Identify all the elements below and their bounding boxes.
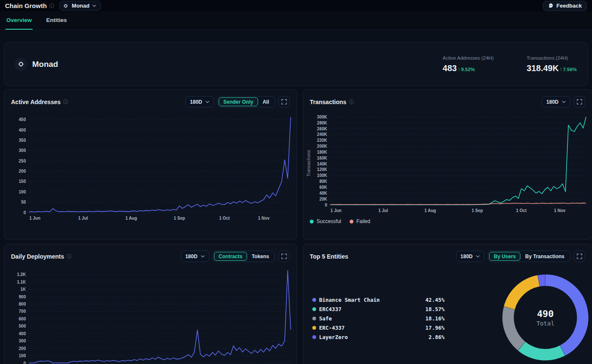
y-tick-label: 200	[19, 169, 26, 174]
x-tick-label: 1 Nov	[554, 208, 566, 213]
active-addresses-card: Active Addresses ⓘ 180D Sender Only All	[4, 89, 297, 240]
tab-entities-label: Entities	[46, 17, 67, 23]
y-tick-label: 40K	[320, 191, 328, 196]
range-dropdown[interactable]: 180D	[542, 96, 570, 108]
y-tick-label: 200	[19, 346, 26, 351]
y-tick-label: 600	[19, 317, 26, 321]
page-title-text: Chain Growth	[5, 2, 47, 9]
series-contracts	[29, 270, 291, 363]
y-tick-label: 0	[325, 203, 327, 207]
series-failed	[330, 203, 586, 205]
toggle-all[interactable]: All	[258, 97, 274, 106]
entity-dot	[312, 298, 316, 302]
y-tick-label: 300	[19, 148, 26, 153]
fullscreen-button[interactable]	[278, 96, 290, 108]
entities-donut-chart[interactable]: 490 Total	[498, 270, 592, 364]
x-tick-label: 1 Sep	[472, 208, 483, 213]
y-tick-label: 150	[19, 179, 26, 184]
entity-row-erc-4337[interactable]: ERC-433717.96%	[312, 325, 445, 331]
legend-label: Successful	[317, 218, 341, 224]
info-icon[interactable]: ⓘ	[349, 99, 354, 105]
toggle-contracts[interactable]: Contracts	[214, 252, 247, 261]
y-tick-label: 220K	[317, 138, 328, 143]
transactions-chart[interactable]: Transactions 020K40K60K80K100K120K140K16…	[303, 109, 592, 216]
legend-item-successful[interactable]: Successful	[310, 218, 341, 224]
toggle-sender-only[interactable]: Sender Only	[219, 97, 258, 106]
toggle-tokens[interactable]: Tokens	[247, 252, 274, 261]
deployment-type-toggle: Contracts Tokens	[213, 251, 275, 262]
info-icon[interactable]: ⓘ	[67, 254, 72, 259]
active-addresses-chart[interactable]: 0501001502002503003504004501 Jun1 Jul1 A…	[4, 109, 297, 223]
y-tick-label: 1.1K	[17, 280, 26, 284]
y-tick-label: 700	[19, 309, 26, 314]
entity-row-binance-smart-chain[interactable]: Binance Smart Chain42.45%	[312, 297, 445, 303]
y-tick-label: 100K	[317, 173, 328, 178]
stat-label: Active Addresses (24H)	[443, 55, 494, 61]
donut-slice-safe[interactable]	[508, 308, 522, 346]
fullscreen-button[interactable]	[574, 96, 585, 108]
x-tick-label: 1 Aug	[125, 216, 137, 221]
y-tick-label: 350	[19, 138, 26, 143]
feedback-button[interactable]: Feedback	[543, 1, 587, 11]
fullscreen-button[interactable]	[574, 251, 585, 262]
tab-overview[interactable]: Overview	[6, 11, 33, 30]
entity-percentage: 2.86%	[428, 334, 445, 340]
entity-name: Binance Smart Chain	[319, 297, 380, 303]
donut-slice-erc4337[interactable]	[522, 346, 562, 355]
monad-logo-icon	[63, 3, 69, 9]
chevron-down-icon	[92, 5, 96, 7]
y-tick-label: 1K	[20, 287, 26, 292]
entity-dot	[312, 307, 316, 311]
y-tick-label: 400	[19, 331, 26, 336]
legend-item-failed[interactable]: Failed	[350, 218, 370, 224]
y-tick-label: 300	[19, 339, 26, 343]
info-icon[interactable]: ⓘ	[63, 99, 68, 105]
toggle-by-users[interactable]: By Users	[489, 252, 520, 261]
x-tick-label: 1 Oct	[516, 208, 527, 213]
range-dropdown[interactable]: 180D	[181, 251, 209, 262]
y-tick-label: 80K	[320, 179, 328, 184]
toggle-by-transactions[interactable]: By Transactions	[520, 252, 569, 261]
chevron-down-icon	[476, 255, 480, 258]
feedback-label: Feedback	[556, 3, 582, 9]
y-tick-label: 50	[21, 200, 26, 204]
up-arrow-icon: ↑	[458, 66, 460, 72]
card-title: Top 5 Entities	[310, 253, 348, 260]
page-title: Chain Growth ⓘ	[5, 2, 54, 9]
donut-slice-binance-smart-chain[interactable]	[545, 280, 583, 350]
chain-selector[interactable]: Monad	[59, 1, 101, 11]
top-entities-card: Top 5 Entities 180D By Users By Transact…	[303, 244, 592, 364]
info-icon[interactable]: ⓘ	[49, 3, 54, 8]
entity-row-erc4337[interactable]: ERC433718.57%	[312, 306, 445, 312]
range-dropdown[interactable]: 180D	[185, 96, 214, 108]
chain-selector-label: Monad	[72, 3, 89, 9]
stat-change: 7.56%	[563, 67, 577, 72]
donut-slice-layerzero[interactable]	[539, 280, 545, 281]
fullscreen-button[interactable]	[278, 251, 290, 262]
y-tick-label: 240K	[317, 132, 328, 137]
y-tick-label: 60K	[320, 185, 328, 190]
daily-deployments-chart[interactable]: 01002003004005006007008009001K1.1K1.2K	[4, 264, 297, 364]
y-tick-label: 400	[19, 128, 26, 132]
entity-row-layerzero[interactable]: LayerZero2.86%	[312, 334, 445, 340]
entity-name: ERC4337	[319, 306, 342, 312]
stat-label: Transactions (24H)	[527, 55, 577, 61]
stat-transactions: Transactions (24H) 318.49K↑7.56%	[527, 55, 577, 73]
entity-dot	[312, 326, 316, 330]
range-dropdown[interactable]: 180D	[456, 251, 485, 262]
y-tick-label: 450	[19, 117, 26, 122]
y-tick-label: 100	[19, 190, 26, 194]
transactions-card: Transactions ⓘ 180D Transactions 020K40K…	[303, 89, 592, 240]
stat-active-addresses: Active Addresses (24H) 483↑9.52%	[443, 55, 494, 73]
entity-percentage: 18.57%	[425, 306, 445, 312]
y-tick-label: 280K	[317, 121, 328, 125]
x-tick-label: 1 Oct	[219, 216, 230, 221]
donut-slice-erc-4337[interactable]	[509, 281, 539, 308]
y-tick-label: 500	[19, 324, 26, 328]
tab-entities[interactable]: Entities	[45, 11, 68, 30]
y-tick-label: 180K	[317, 150, 328, 154]
x-tick-label: 1 Nov	[258, 216, 270, 221]
entity-name: LayerZero	[319, 334, 348, 340]
x-tick-label: 1 Jun	[29, 216, 40, 221]
entity-row-safe[interactable]: Safe18.16%	[312, 315, 445, 322]
